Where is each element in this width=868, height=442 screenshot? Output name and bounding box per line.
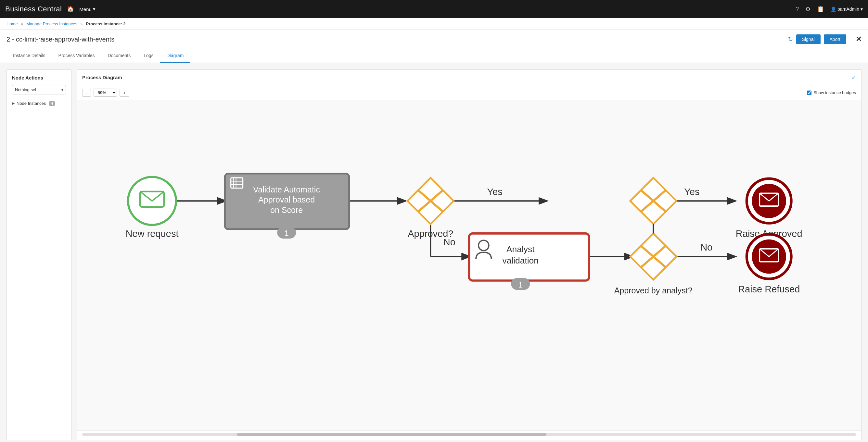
svg-text:Yes: Yes — [487, 186, 502, 197]
zoom-in-button[interactable]: + — [120, 89, 129, 97]
page-title: 2 - cc-limit-raise-approval-with-events — [6, 36, 114, 43]
node-instances-label: Node Instances — [17, 101, 46, 106]
new-request-label: New request — [126, 229, 179, 239]
breadcrumb-home[interactable]: Home — [6, 22, 18, 26]
sidebar: Node Actions Nothing sel ▶ Node Instance… — [6, 69, 71, 440]
scrollbar-track — [82, 433, 856, 436]
svg-text:on Score: on Score — [270, 205, 303, 214]
raise-refused-label: Raise Refused — [738, 284, 800, 294]
zoom-out-button[interactable]: - — [82, 89, 91, 97]
divider — [851, 35, 851, 43]
show-badges-label[interactable]: Show instance badges — [813, 90, 856, 95]
zoom-select[interactable]: 59% 75% 100% — [94, 89, 117, 97]
tab-diagram[interactable]: Diagram — [160, 49, 190, 63]
diagram-header: Process Diagram ⤢ — [77, 70, 861, 86]
svg-text:Validate Automatic: Validate Automatic — [253, 185, 320, 194]
sidebar-title: Node Actions — [12, 75, 66, 80]
user-icon: 👤 — [831, 6, 836, 12]
page-header: 2 - cc-limit-raise-approval-with-events … — [0, 30, 868, 49]
tab-bar: Instance Details Process Variables Docum… — [0, 49, 868, 63]
breadcrumb-sep-2: » — [81, 22, 83, 26]
diagram-title: Process Diagram — [82, 75, 122, 80]
settings-icon[interactable]: ⚙ — [805, 5, 810, 13]
svg-text:No: No — [701, 242, 712, 252]
tasks-icon[interactable]: 📋 — [817, 5, 824, 13]
refresh-button[interactable]: ↻ — [788, 36, 793, 43]
breadcrumb-manage[interactable]: Manage Process Instances — [26, 22, 77, 26]
chevron-right-icon: ▶ — [12, 101, 14, 105]
menu-button[interactable]: Menu ▾ — [79, 6, 95, 12]
show-badges-control: Show instance badges — [807, 90, 856, 95]
header-actions: ↻ Signal Abort ✕ — [788, 34, 862, 44]
analyst-gateway-label: Approved by analyst? — [614, 286, 692, 295]
tab-process-variables[interactable]: Process Variables — [52, 49, 101, 63]
abort-button[interactable]: Abort — [824, 34, 846, 44]
node-select-wrap: Nothing sel — [12, 85, 66, 95]
svg-text:Yes: Yes — [684, 186, 700, 197]
tab-instance-details[interactable]: Instance Details — [6, 49, 52, 63]
expand-icon[interactable]: ⤢ — [852, 74, 856, 80]
approved-gateway-label: Approved? — [408, 229, 453, 239]
topnav: Business Central 🏠 Menu ▾ ? ⚙ 📋 👤 pamAdm… — [0, 0, 868, 18]
node-instances-badge: 4 — [49, 101, 55, 106]
tab-documents[interactable]: Documents — [101, 49, 137, 63]
analyst-task-badge: 1 — [519, 281, 523, 289]
diagram-panel: Process Diagram ⤢ - 59% 75% 100% + Show … — [77, 69, 862, 440]
node-instances-section: ▶ Node Instances 4 — [12, 101, 66, 106]
validate-task-badge: 1 — [285, 229, 289, 238]
node-instances-toggle[interactable]: ▶ Node Instances 4 — [12, 101, 66, 106]
diagram-toolbar: - 59% 75% 100% + Show instance badges — [77, 86, 861, 100]
main-content: Node Actions Nothing sel ▶ Node Instance… — [0, 63, 868, 442]
diagram-canvas[interactable]: Yes No Yes No — [77, 100, 861, 430]
breadcrumb: Home » Manage Process Instances » Proces… — [0, 18, 868, 30]
user-menu[interactable]: 👤 pamAdmin ▾ — [831, 6, 863, 12]
topnav-right: ? ⚙ 📋 👤 pamAdmin ▾ — [796, 5, 863, 13]
breadcrumb-current: Process Instance: 2 — [86, 22, 125, 26]
topnav-left: Business Central 🏠 Menu ▾ — [5, 5, 95, 13]
svg-text:validation: validation — [502, 256, 538, 266]
home-icon[interactable]: 🏠 — [67, 5, 74, 13]
node-select[interactable]: Nothing sel — [12, 85, 66, 95]
bpmn-diagram: Yes No Yes No — [84, 107, 855, 347]
close-button[interactable]: ✕ — [856, 35, 862, 43]
scrollbar-thumb[interactable] — [237, 433, 547, 436]
svg-text:Approval based: Approval based — [258, 195, 315, 204]
show-badges-checkbox[interactable] — [807, 91, 811, 95]
help-icon[interactable]: ? — [796, 6, 799, 13]
svg-text:Analyst: Analyst — [506, 244, 535, 254]
tab-logs[interactable]: Logs — [137, 49, 160, 63]
diagram-scrollbar[interactable] — [77, 430, 861, 440]
signal-button[interactable]: Signal — [796, 34, 820, 44]
breadcrumb-sep-1: » — [21, 22, 23, 26]
brand-title: Business Central — [5, 5, 62, 13]
